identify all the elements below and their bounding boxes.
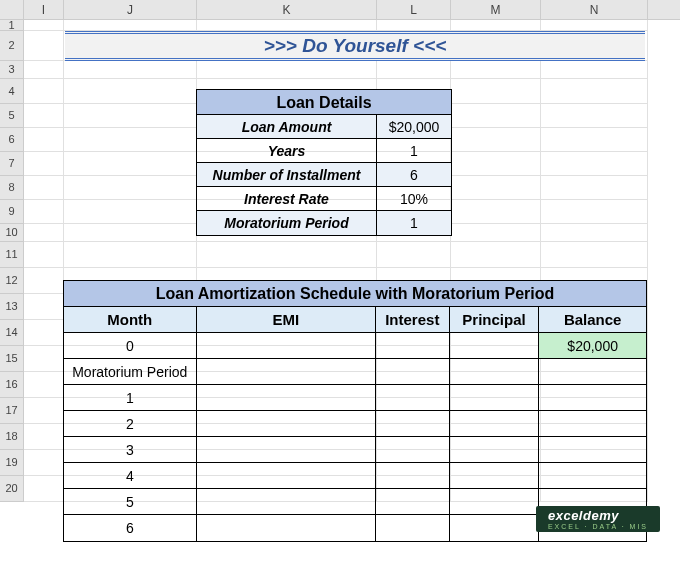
cell[interactable] (24, 20, 64, 31)
cell[interactable] (24, 152, 64, 176)
amort-cell-interest[interactable] (376, 385, 450, 411)
cell[interactable] (451, 176, 541, 200)
cell[interactable] (197, 242, 377, 268)
cell[interactable] (451, 152, 541, 176)
row-header-6[interactable]: 6 (0, 128, 24, 152)
cell[interactable] (24, 31, 64, 61)
amort-cell-interest[interactable] (376, 411, 450, 437)
cell[interactable] (541, 242, 648, 268)
cell[interactable] (377, 61, 451, 79)
row-header-9[interactable]: 9 (0, 200, 24, 224)
row-header-14[interactable]: 14 (0, 320, 24, 346)
col-header-I[interactable]: I (24, 0, 64, 19)
amort-cell-interest[interactable] (376, 463, 450, 489)
row-header-5[interactable]: 5 (0, 104, 24, 128)
corner-cell[interactable] (0, 0, 24, 19)
row-header-13[interactable]: 13 (0, 294, 24, 320)
amort-cell-emi[interactable] (197, 463, 376, 489)
row-header-4[interactable]: 4 (0, 79, 24, 104)
cell[interactable] (541, 224, 648, 242)
cell[interactable] (377, 242, 451, 268)
cell[interactable] (451, 79, 541, 104)
amort-cell-balance[interactable] (539, 411, 646, 437)
amort-cell-interest[interactable] (376, 333, 450, 359)
loan-detail-value[interactable]: 1 (377, 139, 451, 163)
cell[interactable] (197, 61, 377, 79)
cell[interactable] (541, 20, 648, 31)
amort-cell-emi[interactable] (197, 489, 376, 515)
cell[interactable] (24, 104, 64, 128)
amort-cell-month[interactable]: 3 (64, 437, 197, 463)
cell[interactable] (24, 79, 64, 104)
amort-cell-emi[interactable] (197, 515, 376, 541)
cell[interactable] (451, 200, 541, 224)
loan-detail-value[interactable]: 1 (377, 211, 451, 235)
cell[interactable] (24, 200, 64, 224)
col-header-J[interactable]: J (64, 0, 197, 19)
amort-cell-interest[interactable] (376, 515, 450, 541)
cell[interactable] (541, 61, 648, 79)
amort-cell-interest[interactable] (376, 359, 450, 385)
cell[interactable] (541, 128, 648, 152)
row-header-19[interactable]: 19 (0, 450, 24, 476)
cell[interactable] (24, 450, 64, 476)
cell[interactable] (64, 200, 197, 224)
col-header-N[interactable]: N (541, 0, 648, 19)
cell[interactable] (451, 224, 541, 242)
cell[interactable] (541, 176, 648, 200)
cell[interactable] (451, 242, 541, 268)
amort-cell-balance[interactable] (539, 437, 646, 463)
cell[interactable] (541, 104, 648, 128)
cell[interactable] (24, 176, 64, 200)
cell[interactable] (64, 79, 197, 104)
loan-detail-value[interactable]: $20,000 (377, 115, 451, 139)
amort-cell-interest[interactable] (376, 437, 450, 463)
cell[interactable] (24, 128, 64, 152)
cell[interactable] (24, 346, 64, 372)
amort-cell-principal[interactable] (450, 411, 540, 437)
row-header-3[interactable]: 3 (0, 61, 24, 79)
amort-cell-balance[interactable]: $20,000 (539, 333, 646, 359)
cell[interactable] (541, 79, 648, 104)
amort-cell-emi[interactable] (197, 385, 376, 411)
cell[interactable] (24, 294, 64, 320)
row-header-8[interactable]: 8 (0, 176, 24, 200)
cell[interactable] (64, 242, 197, 268)
row-header-16[interactable]: 16 (0, 372, 24, 398)
cell[interactable] (451, 104, 541, 128)
cell[interactable] (541, 152, 648, 176)
loan-detail-value[interactable]: 6 (377, 163, 451, 187)
cell[interactable] (24, 398, 64, 424)
cell[interactable] (24, 424, 64, 450)
cell[interactable] (24, 320, 64, 346)
row-header-15[interactable]: 15 (0, 346, 24, 372)
col-header-K[interactable]: K (197, 0, 377, 19)
cell[interactable] (64, 152, 197, 176)
cell[interactable] (451, 128, 541, 152)
amort-cell-principal[interactable] (450, 515, 540, 541)
cell[interactable] (64, 224, 197, 242)
amort-cell-interest[interactable] (376, 489, 450, 515)
row-header-18[interactable]: 18 (0, 424, 24, 450)
cell[interactable] (24, 372, 64, 398)
loan-detail-value[interactable]: 10% (377, 187, 451, 211)
row-header-10[interactable]: 10 (0, 224, 24, 242)
cell[interactable] (64, 176, 197, 200)
cell[interactable] (64, 20, 197, 31)
amort-cell-principal[interactable] (450, 489, 540, 515)
row-header-1[interactable]: 1 (0, 20, 24, 31)
amort-cell-month[interactable]: 6 (64, 515, 197, 541)
cell[interactable] (24, 224, 64, 242)
row-header-20[interactable]: 20 (0, 476, 24, 502)
row-header-12[interactable]: 12 (0, 268, 24, 294)
amort-cell-month[interactable]: 4 (64, 463, 197, 489)
amort-cell-principal[interactable] (450, 437, 540, 463)
cell[interactable] (24, 61, 64, 79)
cell[interactable] (541, 200, 648, 224)
row-header-7[interactable]: 7 (0, 152, 24, 176)
cell[interactable] (64, 104, 197, 128)
cell[interactable] (64, 128, 197, 152)
amort-cell-principal[interactable] (450, 333, 540, 359)
cell[interactable] (64, 61, 197, 79)
row-header-17[interactable]: 17 (0, 398, 24, 424)
